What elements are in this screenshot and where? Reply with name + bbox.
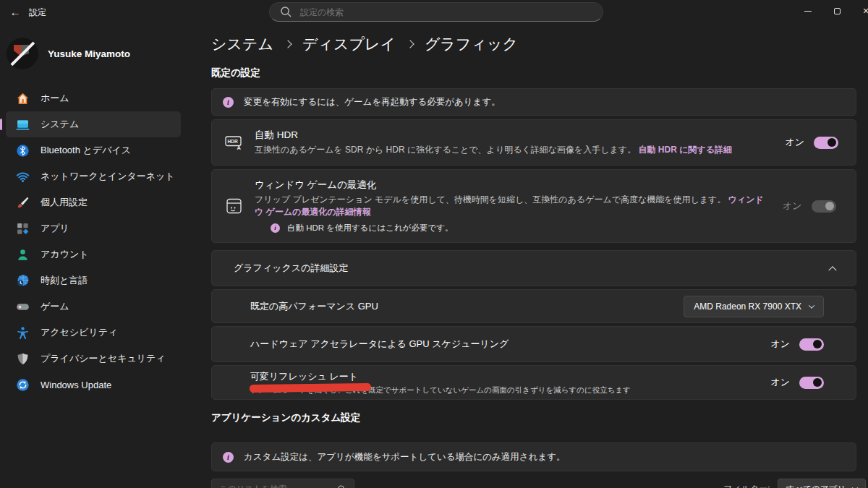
auto-hdr-description: 互換性のあるゲームを SDR から HDR に強化することで、より明るく詳細な画… — [255, 144, 772, 155]
main-content: システム ディスプレイ グラフィック 既定の設定 i 変更を有効にするには、ゲー… — [211, 23, 856, 488]
filter-dropdown[interactable]: すべてのアプリ — [778, 479, 866, 488]
sidebar-item-label: ホーム — [41, 92, 69, 105]
sidebar-item-label: Windows Update — [41, 380, 111, 390]
accounts-icon — [16, 248, 30, 262]
gaming-icon — [16, 300, 30, 314]
chevron-right-icon — [284, 40, 292, 48]
close-button[interactable]: × — [851, 0, 868, 22]
custom-settings-heading: アプリケーションのカスタム設定 — [211, 411, 856, 424]
close-icon: × — [863, 6, 868, 16]
sidebar-item-network-internet[interactable]: ネットワークとインターネット — [6, 163, 181, 189]
avatar — [7, 38, 38, 69]
default-gpu-row: 既定の高パフォーマンス GPU AMD Radeon RX 7900 XTX — [211, 289, 856, 323]
breadcrumb-graphics: グラフィック — [425, 34, 518, 54]
sidebar-item-apps[interactable]: アプリ — [6, 215, 181, 241]
custom-settings-banner: i カスタム設定は、アプリが機能をサポートしている場合にのみ適用されます。 — [211, 442, 856, 471]
chevron-up-icon — [828, 266, 836, 274]
accessibility-icon — [16, 326, 30, 340]
apps-icon — [16, 222, 30, 236]
minimize-button[interactable] — [793, 0, 822, 22]
back-button[interactable]: ← — [6, 3, 25, 20]
vrr-state: オン — [770, 376, 824, 389]
gpu-scheduling-toggle[interactable] — [799, 338, 824, 351]
app-list-search-box[interactable] — [211, 479, 354, 488]
search-icon — [279, 5, 293, 19]
privacy-icon — [16, 352, 30, 366]
sidebar-item-label: アカウント — [41, 248, 89, 261]
auto-hdr-toggle[interactable] — [814, 137, 838, 149]
sidebar-item-system[interactable]: システム — [6, 111, 181, 137]
search-icon — [337, 484, 346, 488]
app-list-controls: フィルター: すべてのアプリ — [211, 479, 866, 488]
sidebar-item-label: ゲーム — [41, 300, 69, 313]
system-icon — [16, 118, 30, 132]
sidebar-item-privacy-security[interactable]: プライバシーとセキュリティ — [6, 346, 181, 372]
restart-required-banner: i 変更を有効にするには、ゲームを再起動する必要があります。 — [211, 88, 856, 116]
back-arrow-icon: ← — [10, 6, 21, 18]
auto-hdr-state: オン — [785, 136, 838, 149]
auto-hdr-title: 自動 HDR — [255, 129, 772, 142]
sidebar-item-label: Bluetooth とデバイス — [41, 144, 131, 157]
chevron-down-icon — [852, 484, 858, 488]
windowed-games-note: i 自動 HDR を使用するにはこれが必要です。 — [271, 223, 770, 234]
svg-text:HDR: HDR — [228, 139, 239, 144]
sidebar-item-windows-update[interactable]: Windows Update — [6, 372, 181, 398]
gpu-scheduling-state-label: オン — [770, 338, 790, 351]
svg-text:A: A — [237, 145, 242, 151]
time-language-icon — [16, 274, 30, 288]
sidebar-item-home[interactable]: ホーム — [6, 85, 181, 111]
auto-hdr-state-label: オン — [785, 136, 804, 149]
advanced-graphics-expander[interactable]: グラフィックスの詳細設定 — [211, 250, 856, 286]
filter-label: フィルター: — [723, 483, 770, 488]
custom-settings-banner-text: カスタム設定は、アプリが機能をサポートしている場合にのみ適用されます。 — [244, 451, 566, 463]
filter-value: すべてのアプリ — [786, 484, 846, 488]
sidebar-nav: ホーム システム Bluetooth とデバイス ネットワークとインターネット … — [0, 85, 205, 398]
auto-hdr-learn-more-link[interactable]: 自動 HDR に関する詳細 — [638, 145, 732, 155]
personalization-icon — [16, 196, 30, 210]
gpu-scheduling-state: オン — [770, 338, 824, 351]
maximize-icon — [834, 8, 841, 14]
breadcrumb-system[interactable]: システム — [211, 34, 273, 54]
auto-hdr-description-text: 互換性のあるゲームを SDR から HDR に強化することで、より明るく詳細な画… — [255, 145, 636, 155]
vrr-toggle[interactable] — [799, 377, 824, 389]
auto-hdr-text: 自動 HDR 互換性のあるゲームを SDR から HDR に強化することで、より… — [255, 129, 772, 155]
sidebar-item-label: アプリ — [41, 222, 69, 235]
settings-search-input[interactable] — [300, 7, 593, 17]
user-name: Yusuke Miyamoto — [48, 48, 130, 59]
info-icon: i — [223, 97, 234, 108]
breadcrumb: システム ディスプレイ グラフィック — [211, 33, 856, 55]
sidebar-item-bluetooth-devices[interactable]: Bluetooth とデバイス — [6, 137, 181, 163]
gpu-select-value: AMD Radeon RX 7900 XTX — [694, 301, 801, 312]
sidebar-item-label: システム — [41, 118, 79, 131]
windowed-game-icon — [224, 197, 245, 215]
app-title: 設定 — [29, 7, 46, 19]
window-controls: × — [793, 0, 868, 22]
gpu-scheduling-row: ハードウェア アクセラレータによる GPU スケジューリング オン — [211, 326, 856, 362]
sidebar-item-gaming[interactable]: ゲーム — [6, 294, 181, 320]
vrr-title: 可変リフレッシュ レート — [250, 370, 757, 383]
auto-hdr-card: HDRA 自動 HDR 互換性のあるゲームを SDR から HDR に強化するこ… — [211, 119, 856, 166]
breadcrumb-display[interactable]: ディスプレイ — [302, 34, 396, 54]
windowed-games-note-text: 自動 HDR を使用するにはこれが必要です。 — [287, 223, 454, 234]
chevron-down-icon — [809, 302, 814, 308]
maximize-button[interactable] — [822, 0, 851, 22]
app-list-search-input[interactable] — [219, 484, 331, 488]
info-icon: i — [271, 223, 280, 233]
sidebar-item-accessibility[interactable]: アクセシビリティ — [6, 320, 181, 346]
windowed-games-description: フリップ プレゼンテーション モデルを使用して、待機時間を短縮し、互換性のあるゲ… — [255, 194, 770, 217]
sidebar-item-label: 時刻と言語 — [41, 274, 88, 287]
hdr-icon: HDRA — [224, 134, 245, 150]
settings-search-box[interactable] — [269, 2, 603, 22]
gpu-select-dropdown[interactable]: AMD Radeon RX 7900 XTX — [684, 296, 824, 317]
titlebar: ← 設定 × — [0, 0, 868, 23]
sidebar-item-time-language[interactable]: 時刻と言語 — [6, 267, 181, 294]
user-profile[interactable]: Yusuke Miyamoto — [0, 23, 205, 69]
windowed-games-text: ウィンドウ ゲームの最適化 フリップ プレゼンテーション モデルを使用して、待機… — [255, 179, 770, 233]
sidebar-item-accounts[interactable]: アカウント — [6, 241, 181, 267]
sidebar-item-label: プライバシーとセキュリティ — [41, 352, 166, 365]
advanced-graphics-title: グラフィックスの詳細設定 — [234, 262, 348, 275]
windowed-games-state: オン — [783, 200, 836, 213]
sidebar-item-personalization[interactable]: 個人用設定 — [6, 189, 181, 215]
windowed-games-card: ウィンドウ ゲームの最適化 フリップ プレゼンテーション モデルを使用して、待機… — [211, 169, 856, 243]
windows-update-icon — [16, 378, 30, 392]
